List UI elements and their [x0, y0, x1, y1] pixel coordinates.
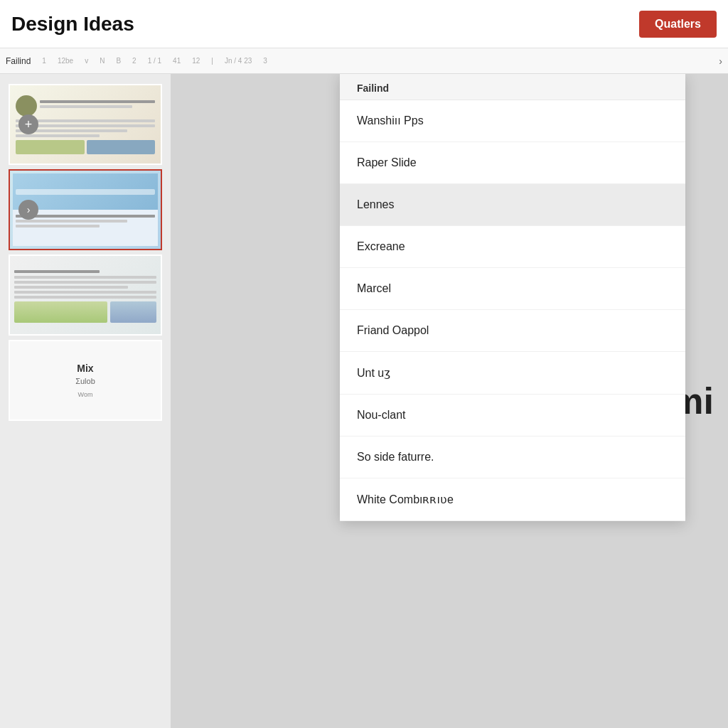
- toolbar-arrow[interactable]: ›: [719, 55, 722, 67]
- page-title: Design Ideas: [11, 13, 134, 36]
- toolbar: Failind 1 12be v N B 2 1 / 1 41 12 | Jn …: [0, 48, 728, 74]
- add-slide-button[interactable]: +: [18, 114, 38, 134]
- slide-panel: +: [0, 74, 171, 728]
- toolbar-dropdown[interactable]: Failind: [6, 56, 31, 66]
- slide-item[interactable]: +: [9, 84, 162, 165]
- dropdown-item[interactable]: Unt uʒ: [340, 352, 685, 395]
- dropdown-item[interactable]: Friand Oappol: [340, 310, 685, 352]
- slide-item[interactable]: [9, 255, 162, 336]
- dropdown-item[interactable]: Excreane: [340, 226, 685, 268]
- dropdown-item[interactable]: Nou-clant: [340, 395, 685, 437]
- dropdown-item[interactable]: Raper Slide: [340, 142, 685, 184]
- slide-thumbnail: Mix Σulob Wom: [10, 341, 161, 419]
- slide-footer: Wom: [75, 391, 95, 398]
- ruler: 1 12be v N B 2 1 / 1 41 12 | Jn / 4 23 3: [42, 57, 267, 65]
- slide-title: Mix: [75, 363, 95, 374]
- dropdown-header: Failind: [340, 74, 685, 100]
- dropdown-item[interactable]: White Combıʀʀıʋe: [340, 478, 685, 521]
- canvas-area: mi Failind Wanshiıı Pps Raper Slide Lenn…: [171, 74, 728, 728]
- slide-subtitle: Σulob: [75, 377, 95, 385]
- slide-item[interactable]: ›: [9, 169, 162, 250]
- nav-slide-button[interactable]: ›: [18, 200, 38, 220]
- slide-thumbnail: [10, 256, 161, 334]
- dropdown-item[interactable]: So side faturre.: [340, 437, 685, 478]
- main-area: +: [0, 74, 728, 728]
- slide-item[interactable]: Mix Σulob Wom: [9, 340, 162, 421]
- dropdown-item[interactable]: Lennes: [340, 184, 685, 226]
- toolbar-items: Failind: [6, 56, 31, 66]
- dropdown-item[interactable]: Wanshiıı Pps: [340, 100, 685, 142]
- quatlers-button[interactable]: Quatlers: [639, 11, 717, 38]
- header: Design Ideas Quatlers: [0, 0, 728, 48]
- dropdown-menu: Failind Wanshiıı Pps Raper Slide Lennes …: [340, 74, 685, 521]
- dropdown-item[interactable]: Marcel: [340, 268, 685, 310]
